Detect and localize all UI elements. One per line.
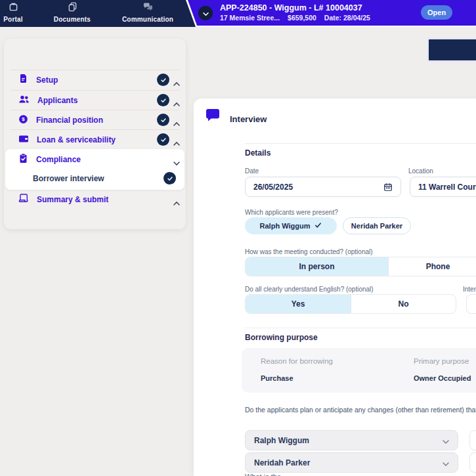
nav-item-communication[interactable]: Communication	[121, 2, 174, 26]
anticipated-changes-question: Do the applicants plan or anticipate any…	[245, 406, 476, 414]
sidebar-item-label: Summary & submit	[37, 195, 108, 204]
sidebar-item-label: Loan & serviceability	[37, 135, 116, 144]
application-date: Date: 28/04/25	[324, 14, 370, 22]
dropdown-1-adjacent-control-partial[interactable]	[469, 430, 476, 450]
people-icon	[18, 95, 30, 107]
status-badge: Open	[421, 5, 452, 20]
chevron-up-icon[interactable]	[173, 98, 181, 103]
portal-icon	[9, 2, 18, 14]
meeting-option-phone[interactable]: Phone	[388, 257, 476, 276]
applicant-changes-dropdown-2[interactable]: Neridah Parker	[245, 452, 458, 473]
chevron-up-icon[interactable]	[173, 137, 181, 142]
dropdown-2-adjacent-control-partial[interactable]	[469, 452, 476, 473]
understand-english-segmented-control: Yes No	[245, 294, 456, 314]
next-question-clipped: What is the ...	[245, 473, 289, 476]
documents-icon	[68, 2, 77, 14]
sidebar-subitem-borrower-interview[interactable]: Borrower interview	[4, 169, 186, 188]
chevron-up-icon[interactable]	[173, 118, 181, 123]
chevron-down-icon[interactable]	[173, 157, 181, 162]
panel-title: Interview	[230, 114, 267, 124]
banner-expand-button[interactable]	[198, 6, 213, 20]
divider	[245, 143, 476, 144]
nav-item-portal[interactable]: Portal	[0, 2, 26, 26]
application-steps-sidebar: Setup Applicants $	[4, 39, 186, 229]
caret-down-icon	[443, 457, 449, 469]
meeting-option-in-person[interactable]: In person	[246, 257, 388, 276]
step-complete-badge	[157, 114, 169, 126]
sidebar-item-financial-position[interactable]: $ Financial position	[4, 110, 186, 130]
calendar-icon[interactable]	[383, 183, 393, 192]
meeting-conducted-segmented-control: In person Phone	[245, 257, 476, 276]
location-value: 11 Warrell Court, I	[418, 183, 476, 192]
dropdown-value: Ralph Wiggum	[254, 436, 309, 445]
applicant-chip-selected[interactable]: Ralph Wiggum	[245, 217, 337, 234]
svg-text:$: $	[22, 116, 25, 122]
chat-bubble-icon	[205, 108, 221, 126]
date-value: 26/05/2025	[253, 183, 293, 192]
applicant-chip-label: Neridah Parker	[351, 222, 402, 230]
meeting-conducted-question: How was the meeting conducted? (optional…	[245, 248, 373, 255]
nav-item-documents[interactable]: Documents	[53, 2, 92, 26]
application-title: APP-224850 - Wiggum - L# 10004037	[220, 3, 362, 12]
step-complete-badge	[157, 133, 169, 146]
wallet-icon	[18, 134, 29, 146]
application-address: 17 Memsie Stree...	[220, 14, 280, 22]
reason-for-borrowing-label: Reason for borrowing	[261, 357, 333, 365]
location-label: Location	[408, 167, 433, 175]
sidebar-item-compliance[interactable]: Compliance	[4, 150, 186, 169]
clipboard-check-icon	[18, 153, 28, 166]
borrowing-summary-panel: Reason for borrowing Purchase Primary pu…	[242, 348, 476, 393]
chevron-up-icon[interactable]	[173, 197, 181, 202]
location-input[interactable]: 11 Warrell Court, I	[410, 177, 476, 197]
nav-item-label: Communication	[122, 16, 173, 23]
details-heading: Details	[245, 148, 270, 158]
scroll-icon	[18, 193, 29, 206]
sidebar-item-label: Applicants	[37, 96, 77, 105]
app-screen: Portal Documents Communication APP-22485…	[0, 0, 476, 476]
reason-for-borrowing-value: Purchase	[261, 374, 293, 382]
caret-down-icon	[443, 435, 449, 446]
communication-icon	[142, 2, 153, 14]
sidebar-item-label: Compliance	[36, 155, 81, 164]
step-complete-badge	[157, 94, 169, 106]
nav-item-label: Portal	[3, 16, 23, 23]
interview-panel: Interview Details Date 26/05/2025 Locati…	[194, 98, 476, 476]
interpreter-label-partial: Inter	[463, 286, 476, 293]
application-subtitle: 17 Memsie Stree... $659,500 Date: 28/04/…	[220, 14, 370, 22]
sidebar-item-applicants[interactable]: Applicants	[4, 91, 186, 110]
sidebar-item-setup[interactable]: Setup	[4, 70, 186, 90]
english-option-no[interactable]: No	[351, 295, 456, 313]
sidebar-item-summary-submit[interactable]: Summary & submit	[4, 190, 186, 209]
applicant-chip-unselected[interactable]: Neridah Parker	[343, 217, 411, 234]
primary-purpose-value: Owner Occupied	[414, 374, 471, 382]
dollar-icon: $	[18, 114, 28, 127]
primary-purpose-label: Primary purpose	[414, 357, 469, 365]
applicants-present-question: Which applicants were present?	[245, 209, 338, 216]
interpreter-control-partial[interactable]	[466, 294, 476, 314]
sidebar-item-label: Setup	[36, 76, 58, 85]
chevron-up-icon[interactable]	[173, 77, 181, 83]
date-label: Date	[245, 167, 259, 175]
understand-english-question: Do all clearly understand English? (opti…	[245, 286, 374, 293]
date-input[interactable]: 26/05/2025	[245, 177, 401, 197]
applicant-changes-dropdown-1[interactable]: Ralph Wiggum	[245, 430, 458, 450]
nav-item-label: Documents	[54, 16, 91, 23]
sidebar-item-label: Financial position	[36, 116, 103, 125]
application-amount: $659,500	[288, 14, 316, 22]
divider	[245, 328, 476, 328]
sidebar-item-loan-serviceability[interactable]: Loan & serviceability	[4, 130, 186, 150]
borrowing-purpose-heading: Borrowing purpose	[245, 333, 318, 342]
file-icon	[18, 74, 28, 87]
applicant-chip-label: Ralph Wiggum	[260, 222, 311, 230]
step-complete-badge	[163, 172, 176, 184]
check-icon	[314, 222, 322, 230]
chevron-down-icon	[202, 7, 209, 19]
step-complete-badge	[157, 74, 169, 86]
sidebar-subitem-label: Borrower interview	[33, 174, 104, 183]
english-option-yes[interactable]: Yes	[246, 295, 351, 313]
dropdown-value: Neridah Parker	[254, 458, 310, 467]
primary-action-button-partial[interactable]	[427, 37, 476, 62]
